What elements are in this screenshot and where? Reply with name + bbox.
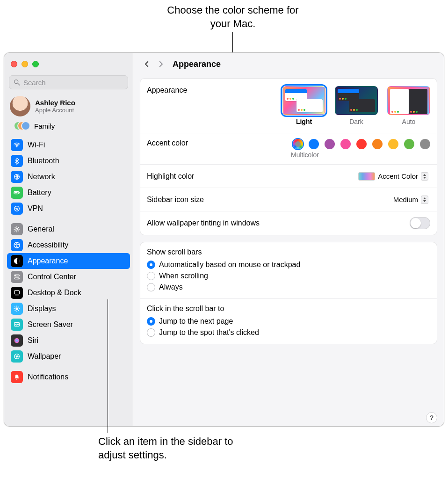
sidebar-item-screen-saver[interactable]: Screen Saver bbox=[7, 317, 130, 333]
sidebar-item-bluetooth[interactable]: Bluetooth bbox=[7, 153, 130, 169]
wifi-icon bbox=[11, 139, 23, 151]
sidebar-item-wi-fi[interactable]: Wi-Fi bbox=[7, 137, 130, 153]
highlight-popup[interactable]: Accent Color bbox=[354, 171, 430, 181]
nav-forward-button[interactable] bbox=[156, 59, 166, 69]
sidebar-item-displays[interactable]: Displays bbox=[7, 301, 130, 317]
callout-bottom: Click an item in the sidebar to adjust s… bbox=[98, 435, 253, 462]
svg-point-19 bbox=[14, 338, 20, 343]
appearance-option-label: Auto bbox=[387, 118, 430, 125]
sidebar-item-general[interactable]: General bbox=[7, 221, 130, 237]
radio-button[interactable] bbox=[147, 261, 155, 269]
sidebar-item-desktop-dock[interactable]: Desktop & Dock bbox=[7, 285, 130, 301]
search-field[interactable] bbox=[9, 75, 128, 89]
scrollbars-section: Show scroll bars Automatically based on … bbox=[140, 242, 437, 298]
scroll-click-option[interactable]: Jump to the spot that's clicked bbox=[147, 327, 430, 338]
sidebar-item-wallpaper[interactable]: Wallpaper bbox=[7, 348, 130, 364]
sidebar-item-label: Accessibility bbox=[28, 241, 68, 249]
sidebar-item-label: Displays bbox=[28, 305, 56, 313]
displays-icon bbox=[11, 303, 23, 315]
appearance-options: LightDarkAuto bbox=[282, 86, 430, 125]
panel-appearance: Appearance LightDarkAuto Accent color Mu… bbox=[140, 78, 437, 235]
accent-swatches bbox=[293, 139, 430, 149]
accent-swatch-graphite[interactable] bbox=[420, 139, 430, 149]
svg-point-22 bbox=[16, 379, 17, 380]
sidebar-item-appearance[interactable]: Appearance bbox=[7, 253, 130, 269]
scroll-click-title: Click in the scroll bar to bbox=[147, 305, 430, 313]
sidebar-item-notifications[interactable]: Notifications bbox=[7, 369, 130, 385]
sidebar-item-vpn[interactable]: VPN bbox=[7, 201, 130, 217]
svg-line-1 bbox=[18, 83, 20, 85]
svg-rect-15 bbox=[14, 290, 20, 294]
radio-label: Automatically based on mouse or trackpad bbox=[159, 261, 300, 269]
accent-swatch-pink[interactable] bbox=[340, 139, 351, 149]
appearance-option-light[interactable]: Light bbox=[282, 86, 325, 125]
panel-scroll: Show scroll bars Automatically based on … bbox=[140, 242, 437, 344]
scroll-click-option[interactable]: Jump to the next page bbox=[147, 316, 430, 327]
vpn-icon bbox=[11, 203, 23, 215]
accent-swatch-green[interactable] bbox=[404, 139, 414, 149]
appearance-thumbnail bbox=[335, 86, 378, 115]
radio-button[interactable] bbox=[147, 317, 155, 326]
appearance-option-auto[interactable]: Auto bbox=[387, 86, 430, 125]
accent-swatch-orange[interactable] bbox=[372, 139, 383, 149]
screen-saver-icon bbox=[11, 319, 23, 331]
radio-button[interactable] bbox=[147, 272, 155, 280]
callout-top: Choose the color scheme for your Mac. bbox=[163, 4, 303, 30]
radio-label: Jump to the next page bbox=[159, 317, 233, 326]
sidebar-icon-size-popup[interactable]: Medium bbox=[390, 195, 430, 205]
sidebar-item-label: Bluetooth bbox=[28, 157, 59, 165]
sidebar-item-label: Desktop & Dock bbox=[28, 289, 81, 297]
radio-button[interactable] bbox=[147, 328, 155, 337]
radio-label: When scrolling bbox=[159, 272, 208, 280]
gear-icon bbox=[11, 223, 23, 235]
sidebar-icon-size-label: Sidebar icon size bbox=[147, 196, 204, 204]
scrollbars-title: Show scroll bars bbox=[147, 248, 430, 256]
sidebar-item-label: General bbox=[28, 225, 54, 233]
radio-button[interactable] bbox=[147, 283, 155, 291]
svg-point-12 bbox=[15, 275, 16, 276]
help-button[interactable]: ? bbox=[426, 412, 437, 423]
scrollbars-option[interactable]: When scrolling bbox=[147, 270, 430, 282]
scrollbars-option[interactable]: Automatically based on mouse or trackpad bbox=[147, 259, 430, 270]
sidebar-item-label: Wi-Fi bbox=[28, 141, 45, 149]
sidebar-item-label: VPN bbox=[28, 204, 43, 213]
nav-back-button[interactable] bbox=[142, 59, 152, 69]
accent-swatch-yellow[interactable] bbox=[388, 139, 398, 149]
appearance-option-label: Light bbox=[282, 118, 325, 125]
appearance-option-dark[interactable]: Dark bbox=[335, 86, 378, 125]
settings-window: Ashley Rico Apple Account Family Wi-FiBl… bbox=[4, 52, 444, 427]
main-header: Appearance bbox=[133, 53, 444, 75]
notifications-icon bbox=[11, 371, 23, 383]
sidebar-item-control-center[interactable]: Control Center bbox=[7, 269, 130, 285]
sidebar-item-accessibility[interactable]: Accessibility bbox=[7, 237, 130, 253]
search-icon bbox=[13, 79, 21, 86]
appearance-label: Appearance bbox=[147, 86, 187, 94]
radio-label: Jump to the spot that's clicked bbox=[159, 328, 259, 337]
wallpaper-icon bbox=[11, 350, 23, 363]
control-center-icon bbox=[11, 271, 23, 283]
sidebar-item-battery[interactable]: Battery bbox=[7, 185, 130, 201]
sidebar-item-network[interactable]: Network bbox=[7, 169, 130, 185]
wallpaper-tint-toggle[interactable] bbox=[410, 217, 430, 229]
minimize-button[interactable] bbox=[22, 61, 28, 67]
family-row[interactable]: Family bbox=[4, 118, 133, 135]
sidebar-item-siri[interactable]: Siri bbox=[7, 333, 130, 348]
chevron-left-icon bbox=[143, 60, 151, 68]
battery-icon bbox=[11, 187, 23, 199]
search-input[interactable] bbox=[23, 79, 124, 87]
zoom-button[interactable] bbox=[32, 61, 39, 67]
sidebar-item-label: Wallpaper bbox=[28, 352, 61, 361]
close-button[interactable] bbox=[11, 61, 17, 67]
highlight-gradient-chip bbox=[358, 172, 375, 181]
accent-swatch-red[interactable] bbox=[356, 139, 367, 149]
accent-swatch-multicolor[interactable] bbox=[293, 139, 303, 149]
appearance-thumbnail bbox=[282, 86, 325, 115]
svg-rect-13 bbox=[14, 278, 20, 279]
accent-swatch-blue[interactable] bbox=[309, 139, 319, 149]
accent-swatch-purple[interactable] bbox=[325, 139, 335, 149]
appearance-icon bbox=[11, 255, 23, 267]
apple-account-row[interactable]: Ashley Rico Apple Account bbox=[4, 93, 133, 118]
scrollbars-option[interactable]: Always bbox=[147, 282, 430, 293]
window-controls bbox=[4, 53, 133, 75]
family-icon bbox=[14, 121, 29, 131]
